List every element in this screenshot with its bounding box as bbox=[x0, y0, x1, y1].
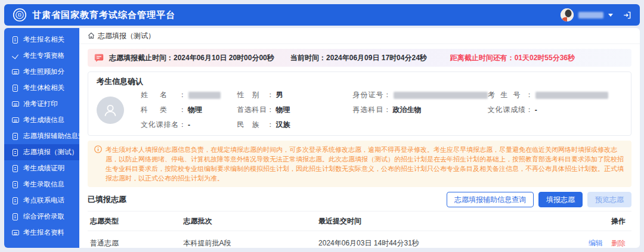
sidebar: 考生报名相关 考生专项资格 考生照顾加分 考生体检相关 准考证打印 bbox=[4, 28, 79, 248]
filled-section-header: 已填报志愿 志愿填报辅助信息查询 填报志愿 预览志愿 bbox=[88, 192, 631, 207]
notice-text: 考生须对本人填报的志愿信息负责，在规定填报志愿的时间内，可多次登录系统修改志愿，… bbox=[106, 146, 624, 182]
info-icon bbox=[94, 145, 102, 155]
field-ethnicity: 民族：汉族 bbox=[237, 120, 353, 130]
filled-section-title: 已填报志愿 bbox=[88, 194, 126, 205]
id-number-redacted bbox=[394, 92, 488, 99]
table-header-row: 志愿类型 志愿批次 最近提交时间 操作 bbox=[88, 211, 631, 231]
countdown-label: 距离截止时间还有： bbox=[450, 54, 515, 62]
field-culture-score: 文化课成绩：- bbox=[488, 105, 623, 115]
content-inner: 志愿填报截止时间：2024年06月10日 20时00分00秒 当前时间：2024… bbox=[79, 44, 640, 248]
candidate-info-title: 考生信息确认 bbox=[97, 76, 623, 87]
deadline-banner: 志愿填报截止时间：2024年06月10日 20时00分00秒 当前时间：2024… bbox=[88, 49, 631, 67]
certificate-icon bbox=[12, 165, 19, 172]
sidebar-item-aux-info-query[interactable]: 志愿填报辅助信息查询 bbox=[4, 128, 79, 144]
candidate-info-card: 考生信息确认 姓名： 性别：男 身份证号： bbox=[88, 71, 631, 136]
search-doc-icon bbox=[12, 133, 19, 140]
col-operations: 操作 bbox=[540, 211, 631, 231]
name-redacted bbox=[188, 92, 221, 99]
current-time-value: 2024年06月09日 17时04分24秒 bbox=[326, 54, 427, 62]
field-culture-rank: 文化课排名：- bbox=[141, 120, 237, 130]
deadline-label: 志愿填报截止时间： bbox=[109, 54, 174, 62]
sidebar-item-score-info[interactable]: 考生成绩信息 bbox=[4, 112, 79, 128]
app-header: 甘肃省国家教育考试综合管理平台 bbox=[4, 4, 640, 26]
edit-doc-icon bbox=[12, 149, 19, 156]
sidebar-item-comprehensive-evaluation[interactable]: 综合评价录取 bbox=[4, 209, 79, 225]
cell-volunteer-batch: 本科提前批A段 bbox=[181, 231, 317, 248]
page-title: 甘肃省国家教育考试综合管理平台 bbox=[32, 10, 175, 21]
user-name-redacted bbox=[578, 12, 603, 18]
countdown-segment: 距离截止时间还有：01天02时55分36秒 bbox=[450, 53, 626, 63]
field-category: 科类：物理 bbox=[141, 105, 237, 115]
evaluation-icon bbox=[12, 213, 19, 220]
id-card-icon bbox=[12, 101, 19, 108]
current-time-segment: 当前时间：2024年06月09日 17时04分24秒 bbox=[290, 53, 450, 63]
aux-info-query-button[interactable]: 志愿填报辅助信息查询 bbox=[447, 192, 534, 207]
app-body: 考生报名相关 考生专项资格 考生照顾加分 考生体检相关 准考证打印 bbox=[4, 28, 640, 248]
sidebar-item-test-site-phone[interactable]: 考点联系电话 bbox=[4, 192, 79, 209]
platform-emblem-icon bbox=[13, 8, 27, 22]
sidebar-item-admission-info[interactable]: 考生录取信息 bbox=[4, 176, 79, 192]
sidebar-item-registration-materials[interactable]: 考生报名资料 bbox=[4, 225, 79, 241]
logout-icon[interactable] bbox=[623, 11, 631, 20]
notice-banner: 考生须对本人填报的志愿信息负责，在规定填报志愿的时间内，可多次登录系统修改志愿，… bbox=[88, 141, 631, 187]
sidebar-item-admission-ticket-print[interactable]: 准考证打印 bbox=[4, 96, 79, 112]
volunteer-table: 志愿类型 志愿批次 最近提交时间 操作 普通志愿 本科提前批A段 2024年06… bbox=[88, 211, 631, 248]
current-time-label: 当前时间： bbox=[290, 54, 326, 62]
sidebar-item-special-qualification[interactable]: 考生专项资格 bbox=[4, 48, 79, 64]
home-icon bbox=[88, 32, 95, 39]
chevron-down-icon[interactable] bbox=[608, 14, 613, 17]
page-background: 甘肃省国家教育考试综合管理平台 bbox=[0, 0, 644, 252]
field-exam-number: 考生号： bbox=[488, 90, 623, 100]
breadcrumb-label: 志愿填报（测试） bbox=[98, 31, 155, 41]
phone-book-icon bbox=[12, 197, 19, 204]
sidebar-item-volunteer-filling-test[interactable]: 志愿填报（测试） bbox=[4, 144, 79, 160]
deadline-segment: 志愿填报截止时间：2024年06月10日 20时00分00秒 bbox=[94, 52, 290, 63]
breadcrumb[interactable]: 志愿填报（测试） bbox=[79, 28, 640, 44]
candidate-avatar bbox=[97, 97, 124, 124]
checkmark-icon bbox=[12, 52, 19, 60]
field-name: 姓名： bbox=[141, 90, 237, 100]
sidebar-item-bonus-points[interactable]: 考生照顾加分 bbox=[4, 64, 79, 80]
brand: 甘肃省国家教育考试综合管理平台 bbox=[13, 8, 175, 22]
health-record-icon bbox=[12, 85, 19, 92]
sidebar-item-registration[interactable]: 考生报名相关 bbox=[4, 32, 79, 48]
app-window: 甘肃省国家教育考试综合管理平台 bbox=[4, 4, 640, 248]
cell-last-submit-time: 2024年06月03日 14时44分31秒 bbox=[316, 231, 540, 248]
score-card-icon bbox=[12, 117, 19, 124]
field-first-subject: 首选科目：物理 bbox=[237, 105, 353, 115]
col-last-submit-time: 最近提交时间 bbox=[316, 211, 540, 231]
fill-volunteer-button[interactable]: 填报志愿 bbox=[538, 192, 583, 207]
countdown-value: 01天02时55分36秒 bbox=[515, 54, 575, 62]
col-volunteer-type: 志愿类型 bbox=[88, 211, 181, 231]
user-menu[interactable] bbox=[561, 8, 631, 21]
col-volunteer-batch: 志愿批次 bbox=[181, 211, 317, 231]
exam-number-redacted bbox=[535, 92, 608, 99]
main-content: 志愿填报（测试） bbox=[79, 28, 640, 248]
user-avatar[interactable] bbox=[561, 8, 574, 21]
folder-icon bbox=[12, 181, 19, 188]
sidebar-item-physical-exam[interactable]: 考生体检相关 bbox=[4, 80, 79, 96]
delete-link[interactable]: 删除 bbox=[611, 239, 626, 247]
document-icon bbox=[12, 36, 19, 43]
field-id-number: 身份证号： bbox=[353, 90, 488, 100]
candidate-fields: 姓名： 性别：男 身份证号： 考生号： 科类：物理 首选科目：物理 再选科目：政… bbox=[141, 90, 623, 130]
sidebar-item-score-certificate[interactable]: 考生成绩证明 bbox=[4, 160, 79, 176]
cell-volunteer-type: 普通志愿 bbox=[88, 231, 181, 248]
preview-volunteer-button[interactable]: 预览志愿 bbox=[587, 192, 631, 207]
deadline-value: 2024年06月10日 20时00分00秒 bbox=[174, 54, 274, 62]
message-icon bbox=[94, 52, 104, 63]
field-second-subject: 再选科目：政治生物 bbox=[353, 105, 488, 115]
card-icon bbox=[12, 69, 19, 76]
field-gender: 性别：男 bbox=[237, 90, 353, 100]
edit-link[interactable]: 编辑 bbox=[589, 239, 603, 247]
materials-icon bbox=[12, 229, 19, 237]
table-row: 普通志愿 本科提前批A段 2024年06月03日 14时44分31秒 编辑删除 bbox=[88, 231, 631, 248]
